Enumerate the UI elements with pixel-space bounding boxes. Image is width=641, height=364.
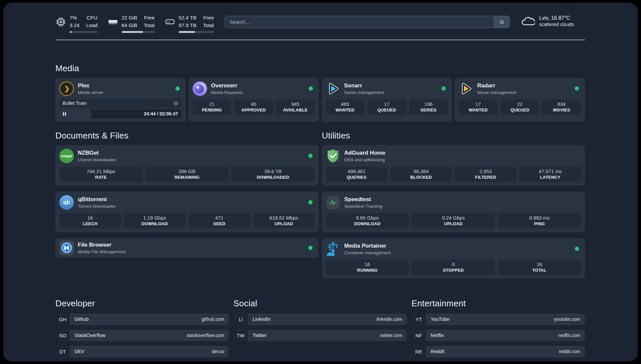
stat-value: 16 [327,261,408,267]
plex-app-link[interactable]: ❯ Plex Media server [59,81,182,96]
ram-widget: 22 GiB 64 GiB Free Total [107,14,155,33]
stat-value: 485 [327,101,363,107]
stat-value: 47.571 ms [521,168,580,174]
status-online-dot [575,247,579,251]
search-box: G [225,16,510,28]
section-title-utilities: Utilities [322,131,585,141]
bookmark-stackoverflow[interactable]: SO StackOverflow stackoverflow.com [55,330,229,341]
plex-card: ❯ Plex Media server Bullet Train [55,78,186,122]
status-online-dot [309,86,313,91]
stat-label: APPROVED [235,107,272,112]
stat-value: 618.52 Mbps [254,215,313,221]
stat-label: DOWNLOAD [125,221,184,226]
stat-label: AVAILABLE [277,107,314,112]
stat-value: 2,953 [456,168,515,174]
nzbget-icon: nzbget [59,149,74,163]
stat-label: LATENCY [521,175,580,180]
bookmark-netflix[interactable]: NF Netflix netflix.com [412,330,585,341]
bookmark-name: DEV [75,349,84,354]
stat-box-leech: 16 LEECH [59,213,121,228]
status-online-dot [575,86,579,91]
stat-value: 945 [277,101,314,107]
overseerr-card: Overseerr Media Requests 21 PENDING 40 A… [189,78,319,122]
stat-label: DOWNLOADED [233,175,313,180]
playback-progress-bar[interactable]: 24:44 / 02:06:47 [59,109,182,118]
pause-icon[interactable] [63,112,66,116]
stat-label: QUEUED [502,107,538,112]
search-input[interactable] [225,16,510,28]
bookmark-twitter[interactable]: TW Twitter twitter.com [233,330,407,341]
radarr-app-link[interactable]: Radarr Movie management [459,81,581,96]
section-developer: Developer GH Github github.com SO StackO… [55,298,229,357]
search-engine-button[interactable]: G [494,16,509,28]
stat-value: 9.65 Gbps [327,215,408,221]
bookmark-youtube[interactable]: YT YouTube youtube.com [412,314,585,325]
bookmark-linkedin[interactable]: LI LinkedIn linkedin.com [233,314,407,325]
portainer-app-link[interactable]: Media Portainer Container management [326,242,581,256]
stat-box-seed: 471 SEED [189,213,250,228]
bookmark-name: Github [75,317,89,322]
stat-value: 196 [411,101,447,107]
bookmark-name: StackOverflow [75,333,105,338]
qbittorrent-icon: qb [59,195,74,210]
speedtest-app-link[interactable]: Speedtest Speedtest Tracking [326,195,581,210]
cpu-widget: 7% 3.24 CPU Load [55,14,98,33]
stat-label: RUNNING [327,268,408,273]
bookmark-url: github.com [202,317,224,322]
cpu-progress-fill [70,31,72,33]
stat-value: 0 [413,261,494,267]
section-title-documents: Documents & Files [55,131,319,141]
bookmark-url: dev.to [212,349,224,354]
stat-label: WANTED [460,107,496,112]
settings-gear-icon[interactable] [173,101,178,106]
bookmark-abbr: NF [412,330,426,341]
stat-value: 21 [194,101,230,107]
stat-label: WANTED [327,107,363,112]
bookmark-dev[interactable]: DT DEV dev.to [55,346,229,357]
stat-box-blocked: 86,384 BLOCKED [390,167,452,182]
stat-value: 40 [235,101,272,107]
cpu-load-label: Load [86,21,97,29]
bookmark-github[interactable]: GH Github github.com [55,314,229,325]
bookmark-reddit[interactable]: RE Reddit reddit.com [412,346,585,357]
portainer-crane-icon [326,242,340,256]
cpu-load-value: 3.24 [70,21,79,29]
system-stats: 7% 3.24 CPU Load [55,14,214,33]
app-name: Speedtest [344,196,382,203]
filebrowser-app-link[interactable]: File Browser Media File Management [59,241,315,255]
app-subtitle: DNS and adblocking [344,157,385,162]
adguard-app-link[interactable]: AdGuard Home DNS and adblocking [326,149,581,163]
qbittorrent-app-link[interactable]: qb qBittorrent Torrent downloader [59,195,315,210]
cpu-progress-bar [70,31,98,33]
bookmark-url: linkedin.com [377,317,402,322]
sonarr-icon [326,81,340,96]
overseerr-app-link[interactable]: Overseerr Media Requests [193,81,315,96]
nzbget-app-link[interactable]: nzbget NZBGet Usenet downloader [59,149,315,163]
top-bar: 7% 3.24 CPU Load [55,14,585,33]
disk-progress-bar [179,31,214,33]
stat-box-download: 1.19 Gbps DOWNLOAD [124,213,186,228]
stat-box-download: 9.65 Gbps DOWNLOAD [326,213,409,228]
stat-box-ping: 0.993 ms PING [498,213,581,228]
filebrowser-card: File Browser Media File Management [55,238,319,258]
stat-box-wanted: 17 WANTED [459,99,498,115]
app-name: Sonarr [344,82,384,89]
stat-box-pending: 21 PENDING [193,99,231,115]
disk-free-value: 52.4 TB [179,14,197,21]
stat-value: 17 [369,101,405,107]
app-subtitle: Media server [78,90,104,95]
stat-box-downloaded: 39.6 TB DOWNLOADED [231,167,315,182]
stat-value: 39.6 TB [233,168,313,174]
bookmark-abbr: DT [55,346,70,357]
bookmark-url: netflix.com [558,333,580,338]
app-subtitle: Usenet downloader [78,157,116,162]
portainer-card: Media Portainer Container management 16 … [322,238,585,279]
stat-label: LEECH [61,221,120,226]
stat-value: 16 [499,261,580,267]
sonarr-app-link[interactable]: Sonarr Series management [326,81,448,96]
weather-condition: scattered clouds [539,22,574,27]
cpu-percent: 7% [70,14,79,21]
stat-label: QUEUED [369,107,405,112]
ram-free-label: Free [144,14,155,21]
stat-value: 498,461 [327,168,386,174]
